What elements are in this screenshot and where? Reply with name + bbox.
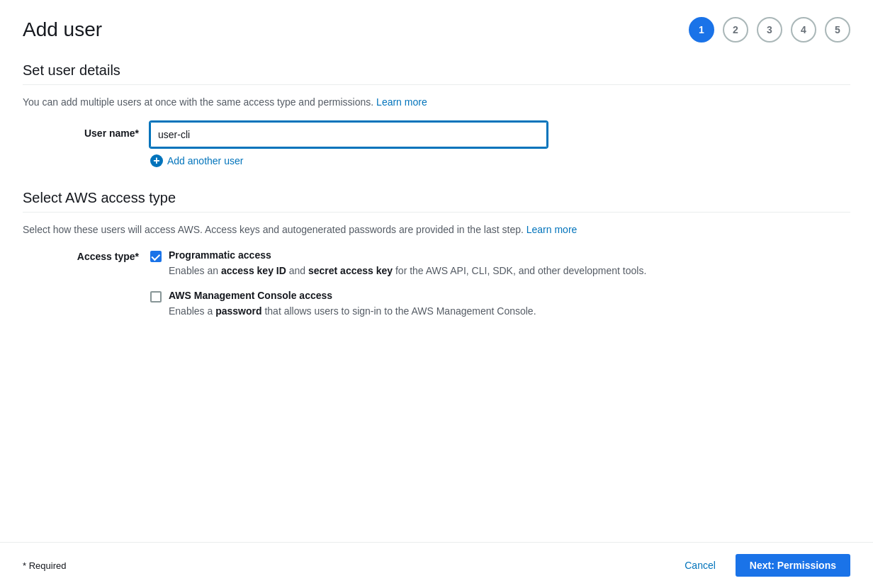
step-1[interactable]: 1 xyxy=(689,17,714,43)
section2-divider xyxy=(23,212,850,213)
section1-title: Set user details xyxy=(23,62,850,79)
required-note: * Required xyxy=(23,560,66,571)
page-header: Add user 1 2 3 4 5 xyxy=(23,17,850,43)
username-form-row: User name* + Add another user xyxy=(23,122,850,167)
access-type-label: Access type* xyxy=(23,249,150,262)
section1-divider xyxy=(23,84,850,85)
programmatic-content: Programmatic access Enables an access ke… xyxy=(169,249,850,278)
username-input[interactable] xyxy=(150,122,547,147)
set-user-details-section: Set user details You can add multiple us… xyxy=(23,62,850,167)
next-permissions-button[interactable]: Next: Permissions xyxy=(736,554,850,577)
add-another-label: Add another user xyxy=(167,155,243,166)
programmatic-access-option: Programmatic access Enables an access ke… xyxy=(150,249,850,278)
console-title: AWS Management Console access xyxy=(169,290,850,301)
console-checkbox[interactable] xyxy=(150,291,162,303)
console-access-option: AWS Management Console access Enables a … xyxy=(150,290,850,319)
add-another-user-link[interactable]: + Add another user xyxy=(150,154,547,167)
page-title: Add user xyxy=(23,18,102,41)
section2-learn-more-link[interactable]: Learn more xyxy=(526,224,578,235)
access-type-row: Access type* Programmatic access Enables… xyxy=(23,249,850,330)
step-4[interactable]: 4 xyxy=(791,17,816,43)
username-field-container: + Add another user xyxy=(150,122,547,167)
username-label: User name* xyxy=(23,122,150,139)
console-content: AWS Management Console access Enables a … xyxy=(169,290,850,319)
footer-buttons: Cancel Next: Permissions xyxy=(673,554,850,577)
section1-learn-more-link[interactable]: Learn more xyxy=(376,96,427,108)
footer: * Required Cancel Next: Permissions xyxy=(0,542,873,588)
step-3[interactable]: 3 xyxy=(757,17,782,43)
add-icon: + xyxy=(150,154,163,167)
section2-description: Select how these users will access AWS. … xyxy=(23,224,850,235)
programmatic-title: Programmatic access xyxy=(169,249,850,261)
programmatic-desc: Enables an access key ID and secret acce… xyxy=(169,264,850,278)
cancel-button[interactable]: Cancel xyxy=(673,554,727,577)
programmatic-checkbox[interactable] xyxy=(150,251,162,262)
step-2[interactable]: 2 xyxy=(723,17,748,43)
step-5[interactable]: 5 xyxy=(825,17,850,43)
section1-description: You can add multiple users at once with … xyxy=(23,96,850,108)
step-indicator: 1 2 3 4 5 xyxy=(689,17,850,43)
access-options: Programmatic access Enables an access ke… xyxy=(150,249,850,330)
section2-title: Select AWS access type xyxy=(23,190,850,206)
console-desc: Enables a password that allows users to … xyxy=(169,304,850,319)
access-type-section: Select AWS access type Select how these … xyxy=(23,190,850,330)
